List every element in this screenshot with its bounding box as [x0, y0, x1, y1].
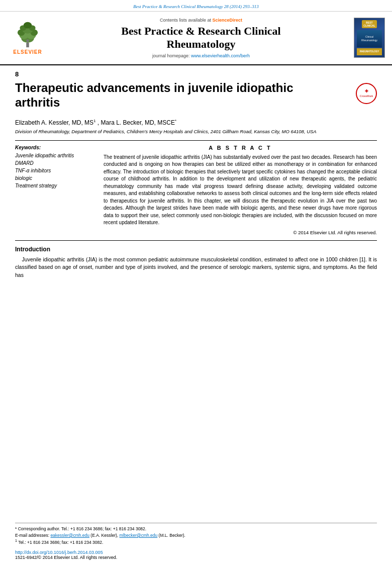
author1-name: Elizabeth A. Kessler, MD, MS — [15, 119, 93, 126]
keyword-4: biologic — [15, 175, 95, 181]
footer-corresponding: * Corresponding author. Tel.: +1 816 234… — [15, 526, 377, 532]
introduction-section: Introduction Juvenile idiopathic arthrit… — [15, 246, 377, 279]
intro-heading: Introduction — [15, 246, 377, 253]
article-title: Therapeutic advancements in juvenile idi… — [15, 81, 323, 110]
journal-header: ELSEVIER Contents lists available at Sci… — [0, 12, 392, 65]
authors-separator: , Mara L. Becker, MD, MSCE — [97, 119, 175, 126]
intro-text: Juvenile idiopathic arthritis (JIA) is t… — [15, 256, 377, 279]
crossmark-label: CrossMark — [360, 94, 373, 98]
svg-rect-0 — [26, 43, 29, 47]
keyword-5: Treatment strategy — [15, 182, 95, 189]
contents-line: Contents lists available at ScienceDirec… — [160, 18, 242, 23]
divider-after-abstract — [15, 240, 377, 241]
elsevier-tree-icon — [13, 21, 43, 48]
cover-badge: BESTCLINICAL — [362, 20, 376, 28]
abstract-text: The treatment of juvenile idiopathic art… — [104, 154, 377, 227]
footer-tel-note: 1 Tel.: +1 816 234 3686; fax: +1 816 234… — [15, 538, 377, 546]
keywords-abstract-columns: Keywords: Juvenile idiopathic arthritis … — [15, 145, 377, 235]
abstract-heading: A B S T R A C T — [104, 145, 377, 151]
abstract-column: A B S T R A C T The treatment of juvenil… — [104, 145, 377, 235]
keywords-label: Keywords: — [15, 145, 95, 150]
svg-point-10 — [26, 40, 29, 43]
keyword-3: TNF-α inhibitors — [15, 167, 95, 174]
email1[interactable]: eakessler@cmh.edu — [50, 533, 89, 538]
footer-issn: 1521-6942/© 2014 Elsevier Ltd. All right… — [15, 555, 377, 560]
author1-sup: 1 — [93, 119, 95, 123]
elsevier-logo: ELSEVIER — [5, 16, 50, 60]
cover-subtitle: RHEUMATOLOGY — [360, 50, 379, 53]
journal-title: Best Practice & Research Clinical Rheuma… — [121, 25, 280, 51]
footer-doi[interactable]: http://dx.doi.org/10.1016/j.berh.2014.03… — [15, 550, 377, 555]
footer-notes: * Corresponding author. Tel.: +1 816 234… — [15, 523, 377, 560]
page-wrapper: Best Practice & Research Clinical Rheuma… — [0, 0, 392, 570]
copyright-line: © 2014 Elsevier Ltd. All rights reserved… — [104, 230, 377, 235]
journal-citation: Best Practice & Research Clinical Rheuma… — [133, 4, 259, 9]
crossmark-icon: ✚ — [365, 89, 368, 94]
journal-homepage: journal homepage: www.elsevierhealth.com… — [152, 53, 250, 58]
journal-cover: BESTCLINICAL ClinicalRheumatology RHEUMA… — [352, 16, 387, 60]
divider-after-affiliation — [15, 140, 377, 141]
journal-top-bar: Best Practice & Research Clinical Rheuma… — [0, 0, 392, 12]
authors-line: Elizabeth A. Kessler, MD, MS1 , Mara L. … — [15, 119, 377, 126]
keywords-list: Juvenile idiopathic arthritis DMARD TNF-… — [15, 152, 95, 189]
affiliation: Division of Rheumatology, Department of … — [15, 128, 377, 135]
keywords-column: Keywords: Juvenile idiopathic arthritis … — [15, 145, 95, 235]
main-content: 8 Therapeutic advancements in juvenile i… — [0, 65, 392, 284]
crossmark-badge: ✚ CrossMark — [356, 83, 377, 104]
sciencedirect-label: ScienceDirect — [213, 18, 243, 23]
keyword-1: Juvenile idiopathic arthritis — [15, 152, 95, 159]
keyword-2: DMARD — [15, 160, 95, 166]
author2-sup: * — [175, 119, 176, 123]
title-crossmark-row: Therapeutic advancements in juvenile idi… — [15, 81, 377, 115]
article-number: 8 — [15, 70, 377, 78]
cover-box: BESTCLINICAL ClinicalRheumatology RHEUMA… — [354, 18, 385, 58]
svg-point-9 — [24, 22, 32, 29]
footer-email-line: E-mail addresses: eakessler@cmh.edu (E.A… — [15, 532, 377, 539]
email2[interactable]: mlbecker@cmh.edu — [120, 533, 158, 538]
journal-center: Contents lists available at ScienceDirec… — [54, 16, 348, 60]
cover-title-text: ClinicalRheumatology — [361, 35, 377, 42]
elsevier-wordmark: ELSEVIER — [13, 49, 42, 55]
